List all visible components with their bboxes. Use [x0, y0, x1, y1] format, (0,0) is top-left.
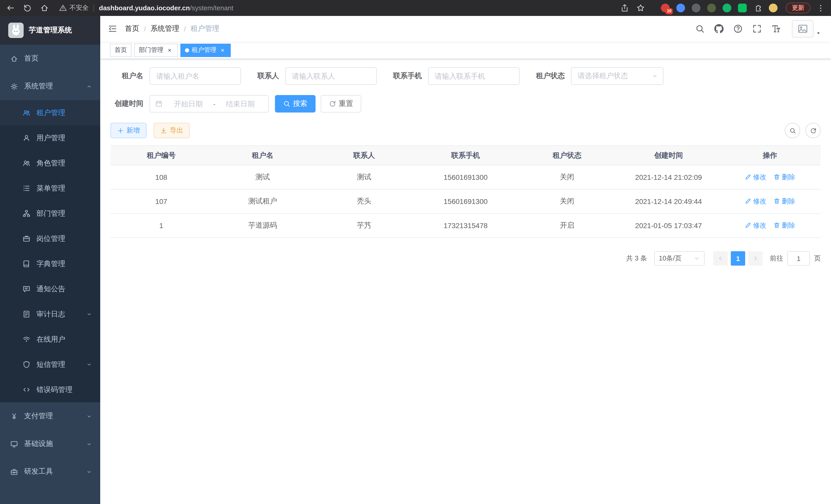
home-icon — [10, 55, 18, 62]
chevron-down-icon — [86, 413, 92, 419]
address-bar[interactable]: 不安全 dashboard.yudao.iocoder.cn/system/te… — [59, 4, 613, 12]
toolbar-left: 新增 导出 — [111, 123, 190, 138]
bookmark-star-icon[interactable] — [636, 4, 645, 12]
phone-label: 联系手机 — [393, 71, 422, 81]
help-icon[interactable] — [733, 24, 743, 33]
add-button[interactable]: 新增 — [111, 123, 146, 138]
sidebar-item-user[interactable]: 用户管理 — [0, 125, 100, 151]
page-1-button[interactable]: 1 — [731, 251, 745, 266]
table-body: 108测试测试15601691300关闭2021-12-14 21:02:09修… — [111, 165, 821, 238]
sidebar-item-label: 支付管理 — [24, 412, 53, 421]
fullscreen-icon[interactable] — [752, 24, 762, 33]
search-icon[interactable] — [695, 24, 705, 33]
sidebar-item-menu[interactable]: 菜单管理 — [0, 176, 100, 201]
edit-link[interactable]: 修改 — [745, 197, 767, 206]
sidebar-item-system[interactable]: 系统管理 — [0, 72, 100, 100]
tags-view: 首页部门管理×租户管理× — [100, 41, 831, 59]
delete-link[interactable]: 删除 — [774, 221, 795, 230]
menu-list-icon — [23, 184, 30, 192]
prev-page-button[interactable] — [713, 251, 728, 266]
tab-label: 部门管理 — [139, 46, 164, 55]
share-icon[interactable] — [620, 4, 629, 12]
reset-button[interactable]: 重置 — [321, 95, 361, 113]
refresh-table-button[interactable] — [805, 123, 821, 138]
tenant-status-select[interactable]: 请选择租户状态 — [571, 67, 663, 85]
extension-green-circle[interactable] — [722, 4, 731, 12]
delete-link[interactable]: 删除 — [774, 173, 795, 182]
divider — [93, 4, 94, 11]
sidebar-item-audit-log[interactable]: 审计日志 — [0, 302, 100, 327]
chevron-up-icon — [86, 84, 92, 89]
sidebar-item-sms[interactable]: 短信管理 — [0, 352, 100, 377]
contact-label: 联系人 — [257, 71, 279, 81]
breadcrumb-item[interactable]: 首页 — [125, 24, 139, 33]
extension-wechat[interactable] — [738, 4, 747, 12]
extensions-menu-icon[interactable] — [753, 4, 762, 12]
toggle-search-button[interactable] — [785, 123, 800, 138]
create-time-range-picker[interactable]: - — [149, 95, 269, 113]
tab-label: 首页 — [115, 46, 127, 55]
edit-link[interactable]: 修改 — [745, 221, 767, 230]
cell-status: 开启 — [516, 213, 618, 238]
export-button[interactable]: 导出 — [154, 123, 190, 138]
browser-home-icon[interactable] — [40, 4, 49, 12]
extension-olive[interactable] — [707, 4, 716, 12]
search-button[interactable]: 搜索 — [275, 95, 316, 113]
sidebar-item-tenant[interactable]: 租户管理 — [0, 100, 100, 125]
contact-input[interactable] — [285, 67, 377, 85]
app-logo[interactable]: 芋道管理系统 — [0, 16, 100, 45]
next-page-button[interactable] — [748, 251, 763, 266]
update-button[interactable]: 更新 — [786, 3, 810, 13]
tab-dept[interactable]: 部门管理× — [134, 43, 178, 57]
extension-blue[interactable] — [676, 4, 685, 12]
browser-menu-icon[interactable] — [816, 4, 825, 12]
sidebar-item-pay[interactable]: 支付管理 — [0, 402, 100, 430]
reload-icon[interactable] — [23, 4, 32, 12]
delete-link[interactable]: 删除 — [774, 197, 795, 206]
sidebar-item-role[interactable]: 角色管理 — [0, 151, 100, 176]
edit-link[interactable]: 修改 — [745, 173, 767, 182]
cell-created: 2021-12-14 20:49:44 — [618, 189, 719, 213]
pagination-total: 共 3 条 — [626, 254, 647, 263]
sidebar-item-home[interactable]: 首页 — [0, 45, 100, 72]
page-size-select[interactable]: 10条/页 — [654, 251, 705, 266]
breadcrumb-separator: / — [184, 25, 186, 33]
log-icon — [23, 310, 30, 318]
sidebar-toggle-icon[interactable] — [108, 24, 117, 33]
breadcrumb-item[interactable]: 系统管理 — [150, 24, 179, 33]
user-avatar[interactable] — [792, 20, 813, 37]
sidebar-item-error-code[interactable]: 错误码管理 — [0, 377, 100, 402]
close-icon[interactable]: × — [166, 47, 173, 54]
profile-avatar[interactable] — [769, 4, 778, 12]
status-label: 租户状态 — [536, 71, 565, 81]
sidebar-item-online-user[interactable]: 在线用户 — [0, 327, 100, 352]
security-label[interactable]: 不安全 — [69, 4, 89, 12]
tab-tenant[interactable]: 租户管理× — [180, 43, 231, 57]
tab-home[interactable]: 首页 — [110, 43, 132, 57]
pagination: 共 3 条 10条/页 1 前往 页 — [111, 251, 821, 266]
security-warning-icon — [59, 4, 67, 12]
filter-status: 租户状态 请选择租户状态 — [536, 67, 663, 85]
sidebar-item-dict[interactable]: 字典管理 — [0, 251, 100, 276]
font-size-icon[interactable] — [771, 24, 781, 33]
extension-dark[interactable] — [692, 4, 700, 12]
export-button-label: 导出 — [170, 126, 183, 135]
goto-page-input[interactable] — [787, 251, 810, 266]
end-date-input[interactable] — [218, 100, 263, 108]
back-icon[interactable] — [6, 4, 15, 12]
start-date-input[interactable] — [166, 100, 211, 108]
sidebar-item-label: 角色管理 — [36, 158, 65, 168]
sidebar-item-notice[interactable]: 通知公告 — [0, 276, 100, 302]
github-icon[interactable] — [714, 24, 724, 33]
sidebar-item-infra[interactable]: 基础设施 — [0, 430, 100, 458]
search-icon — [789, 127, 796, 134]
sidebar-item-post[interactable]: 岗位管理 — [0, 226, 100, 251]
tenant-name-input[interactable] — [149, 67, 241, 85]
table-header-row: 租户编号租户名联系人联系手机租户状态创建时间操作 — [111, 146, 821, 165]
sidebar-item-dev-tools[interactable]: 研发工具 — [0, 458, 100, 485]
extension-adblock[interactable]: 10 — [661, 4, 670, 12]
broken-image-icon — [798, 24, 808, 34]
phone-input[interactable] — [428, 67, 520, 85]
close-icon[interactable]: × — [219, 47, 226, 54]
sidebar-item-dept[interactable]: 部门管理 — [0, 201, 100, 226]
